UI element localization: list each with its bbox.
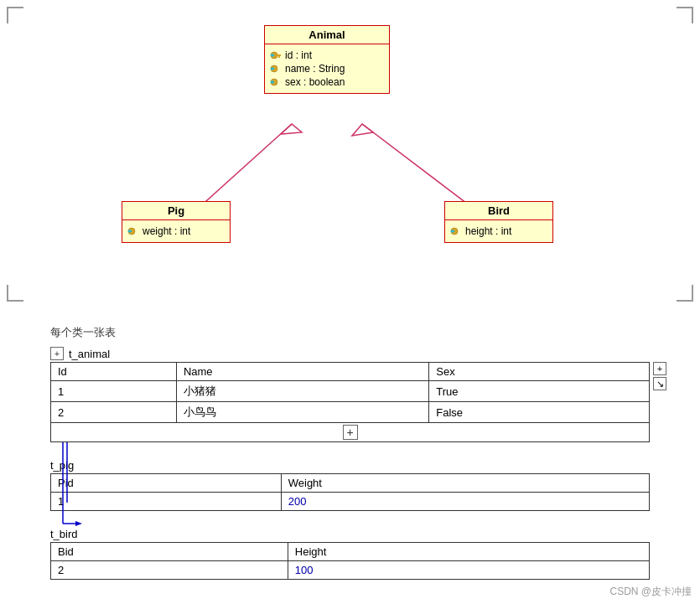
t-bird-row1-height: 100: [288, 561, 649, 580]
t-pig-row1-pid: 1: [51, 493, 282, 511]
t-animal-col-name: Name: [176, 363, 428, 381]
t-animal-col-sex: Sex: [429, 363, 650, 381]
pig-class-body: weight : int: [122, 220, 230, 242]
table-row: 2 小鸟鸟 False: [51, 402, 650, 423]
t-animal-section: + t_animal Id Name Sex 1 小猪猪 True: [0, 343, 700, 446]
bird-class-title: Bird: [445, 202, 552, 220]
t-animal-col-row: Id Name Sex: [51, 363, 650, 381]
t-bird-name: t_bird: [50, 528, 78, 540]
corner-tr: [677, 7, 693, 23]
t-pig-col-row: Pid Weight: [51, 474, 650, 493]
svg-rect-6: [278, 56, 280, 58]
pig-class: Pig weight : int: [122, 201, 231, 243]
t-pig-col-weight: Weight: [281, 474, 649, 493]
animal-class-body: id : int name : String sex : boolean: [265, 44, 389, 93]
pig-field-weight: weight : int: [127, 225, 225, 237]
t-bird-section: t_bird Bid Height 2 100: [0, 524, 700, 583]
table-row: 1 小猪猪 True: [51, 381, 650, 402]
svg-marker-1: [281, 124, 302, 134]
field-icon-sex: [270, 76, 282, 88]
tables-area: + t_animal Id Name Sex 1 小猪猪 True: [0, 343, 700, 583]
annotation: 每个类一张表: [0, 318, 700, 343]
table-row: 2 100: [51, 561, 650, 580]
t-animal-row2-id: 2: [51, 402, 177, 423]
pig-class-title: Pig: [122, 202, 230, 220]
t-bird-row1-bid: 2: [51, 561, 288, 580]
field-icon-id: [270, 49, 282, 61]
t-animal-row2-name: 小鸟鸟: [176, 402, 428, 423]
t-bird-col-row: Bid Height: [51, 543, 650, 561]
t-animal-col-id: Id: [51, 363, 177, 381]
t-animal-side-plus[interactable]: +: [653, 362, 666, 375]
t-animal-add-cell: +: [51, 423, 650, 442]
t-animal-row2-sex: False: [429, 402, 650, 423]
t-bird-col-height: Height: [288, 543, 649, 561]
bird-class-body: height : int: [445, 220, 552, 242]
t-pig-row1-weight: 200: [281, 493, 649, 511]
animal-field-sex: sex : boolean: [270, 76, 384, 88]
animal-field-name: name : String: [270, 63, 384, 75]
uml-diagram: Animal id : int name : String: [0, 0, 700, 318]
t-animal-row1-sex: True: [429, 381, 650, 402]
t-bird-header: t_bird: [50, 528, 650, 540]
t-animal-expand[interactable]: +: [50, 347, 64, 360]
field-icon-height: [450, 225, 462, 237]
t-animal-header: + t_animal: [50, 347, 650, 360]
t-animal-table: Id Name Sex 1 小猪猪 True 2 小鸟鸟 False: [50, 362, 650, 442]
t-bird-table: Bid Height 2 100: [50, 542, 650, 580]
t-pig-col-pid: Pid: [51, 474, 282, 493]
t-animal-name: t_animal: [69, 348, 110, 360]
t-animal-row1-name: 小猪猪: [176, 381, 428, 402]
bird-class: Bird height : int: [444, 201, 553, 243]
corner-tl: [7, 7, 23, 23]
t-animal-side-resize[interactable]: ↘: [653, 377, 666, 390]
t-animal-wrapper: Id Name Sex 1 小猪猪 True 2 小鸟鸟 False: [50, 362, 650, 442]
corner-bl: [7, 285, 23, 302]
animal-class-title: Animal: [265, 26, 389, 44]
t-pig-name: t_pig: [50, 459, 74, 472]
t-pig-header: t_pig: [50, 459, 650, 472]
animal-class: Animal id : int name : String: [264, 25, 390, 94]
table-row: 1 200: [51, 493, 650, 511]
watermark: CSDN @皮卡冲撞: [609, 585, 692, 599]
field-icon-name: [270, 63, 282, 75]
animal-field-id: id : int: [270, 49, 384, 61]
t-animal-add-btn[interactable]: +: [343, 425, 358, 440]
svg-rect-5: [277, 54, 281, 56]
t-animal-add-row: +: [51, 423, 650, 442]
svg-marker-3: [352, 124, 373, 136]
t-bird-col-bid: Bid: [51, 543, 288, 561]
corner-br: [677, 285, 693, 302]
field-icon-weight: [127, 225, 139, 237]
bird-field-height: height : int: [450, 225, 547, 237]
t-pig-section: t_pig Pid Weight 1 200: [0, 456, 700, 514]
t-pig-table: Pid Weight 1 200: [50, 473, 650, 511]
t-animal-side-icons: + ↘: [653, 362, 666, 390]
t-animal-row1-id: 1: [51, 381, 177, 402]
